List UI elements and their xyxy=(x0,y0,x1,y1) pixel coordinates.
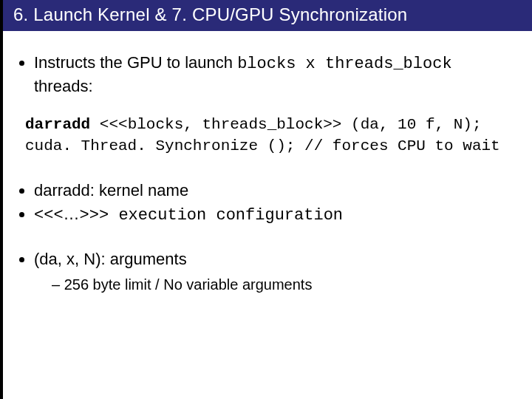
code-line-2: cuda. Thread. Synchronize (); // forces … xyxy=(25,136,514,157)
bullet-list-args: (da, x, N): arguments 256 byte limit / N… xyxy=(21,248,514,295)
code-block: darradd <<<blocks, threads_block>> (da, … xyxy=(25,115,514,157)
sub-list: 256 byte limit / No variable arguments xyxy=(34,274,514,295)
code-line-1-rest: <<<blocks, threads_block>> (da, 10 f, N)… xyxy=(90,116,481,133)
exec-config-close: >>> execution configuration xyxy=(80,206,343,225)
sub-256-limit: 256 byte limit / No variable arguments xyxy=(52,274,514,295)
exec-config-mid: … xyxy=(64,205,80,223)
bullet-instructs-code: blocks x threads_block xyxy=(237,55,451,73)
bullet-list-intro: Instructs the GPU to launch blocks x thr… xyxy=(21,52,514,97)
code-line-1: darradd <<<blocks, threads_block>> (da, … xyxy=(25,115,514,135)
slide: 6. Launch Kernel & 7. CPU/GPU Synchroniz… xyxy=(0,0,532,399)
exec-config-open: <<< xyxy=(34,206,64,225)
slide-title: 6. Launch Kernel & 7. CPU/GPU Synchroniz… xyxy=(3,0,532,31)
bullet-instructs: Instructs the GPU to launch blocks x thr… xyxy=(34,52,514,97)
bullet-arguments-text: (da, x, N): arguments xyxy=(34,250,187,268)
code-kernel-name: darradd xyxy=(25,116,90,133)
bullet-list-details: darradd: kernel name <<<…>>> execution c… xyxy=(21,179,514,228)
bullet-instructs-post: threads: xyxy=(34,77,93,95)
bullet-arguments: (da, x, N): arguments 256 byte limit / N… xyxy=(34,248,514,295)
bullet-darradd: darradd: kernel name xyxy=(34,179,514,202)
slide-body: Instructs the GPU to launch blocks x thr… xyxy=(3,31,532,295)
bullet-exec-config: <<<…>>> execution configuration xyxy=(34,202,514,228)
bullet-instructs-pre: Instructs the GPU to launch xyxy=(34,53,237,72)
